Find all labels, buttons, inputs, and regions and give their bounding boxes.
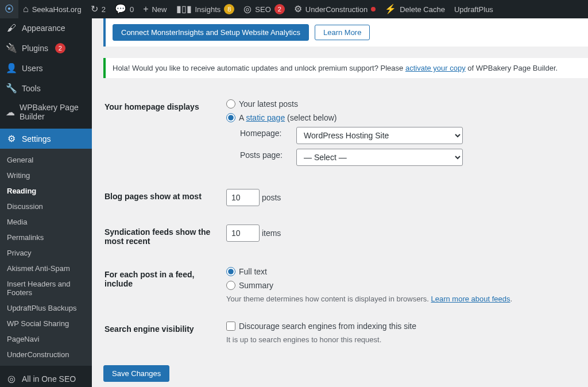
- target-icon: ◎: [243, 5, 252, 14]
- static-page-link[interactable]: static page: [246, 113, 285, 122]
- checkbox-discourage-search[interactable]: [226, 322, 235, 331]
- menu-appearance-label: Appearance: [22, 24, 65, 33]
- wpbakery-notice-text: Hola! Would you like to receive automati…: [113, 64, 558, 72]
- menu-users[interactable]: 👤Users: [0, 58, 92, 78]
- sliders-icon: ⚙: [6, 133, 17, 144]
- menu-appearance[interactable]: 🖌Appearance: [0, 18, 92, 38]
- underconstruction-link[interactable]: ⚙UnderConstruction: [289, 0, 380, 18]
- updates-count: 2: [102, 5, 106, 14]
- postspage-select[interactable]: — Select —: [296, 149, 463, 166]
- reading-settings-form: Your homepage displays Your latest posts…: [103, 90, 588, 354]
- new-label: New: [152, 5, 167, 14]
- bolt-icon: ⚡: [385, 5, 396, 14]
- submenu-wpsocial[interactable]: WP Social Sharing: [0, 316, 92, 331]
- syndication-suffix: items: [262, 229, 281, 238]
- wordpress-icon: ⦿: [5, 5, 14, 14]
- submenu-general[interactable]: General: [0, 152, 92, 168]
- settings-submenu: General Writing Reading Discussion Media…: [0, 149, 92, 366]
- comment-icon: 💬: [115, 5, 126, 14]
- radio-full-text[interactable]: [226, 267, 235, 276]
- updates-link[interactable]: ↻2: [86, 0, 110, 18]
- user-icon: 👤: [6, 63, 17, 73]
- monsterinsights-notice: Connect MonsterInsights and Setup Websit…: [103, 18, 588, 47]
- submenu-pagenavi[interactable]: PageNavi: [0, 331, 92, 347]
- admin-sidebar: 🖌Appearance 🔌Plugins2 👤Users 🔧Tools ☁WPB…: [0, 18, 92, 387]
- site-name-link[interactable]: ⌂SeekaHost.org: [18, 0, 86, 18]
- option-discourage-search[interactable]: Discourage search engines from indexing …: [226, 322, 588, 331]
- postspage-select-label: Posts page:: [240, 150, 292, 160]
- sev-label: Search engine visibility: [105, 313, 219, 353]
- plug-icon: 🔌: [6, 42, 17, 53]
- seo-link[interactable]: ◎SEO2: [239, 0, 289, 18]
- submenu-ihaf[interactable]: Insert Headers and Footers: [0, 276, 92, 300]
- delete-cache-link[interactable]: ⚡Delete Cache: [380, 0, 450, 18]
- wpbakery-icon: ☁: [6, 107, 15, 118]
- sev-description: It is up to search engines to honor this…: [226, 335, 588, 344]
- radio-static-page[interactable]: [226, 113, 235, 122]
- radio-latest-posts[interactable]: [226, 99, 235, 109]
- admin-toolbar: ⦿ ⌂SeekaHost.org ↻2 💬0 +New ▮▯▮Insights8…: [0, 0, 588, 18]
- update-icon: ↻: [91, 5, 98, 14]
- menu-tools-label: Tools: [22, 84, 41, 93]
- wp-logo[interactable]: ⦿: [0, 0, 18, 18]
- insights-badge: 8: [224, 4, 234, 14]
- updraftplus-link[interactable]: UpdraftPlus: [450, 0, 498, 18]
- submenu-privacy[interactable]: Privacy: [0, 245, 92, 261]
- chart-icon: ▮▯▮: [176, 5, 192, 14]
- feed-include-label: For each post in a feed, include: [105, 258, 219, 312]
- status-dot-icon: [371, 7, 376, 11]
- menu-aioseo[interactable]: ◎All in One SEO: [0, 369, 92, 387]
- mi-connect-button[interactable]: Connect MonsterInsights and Setup Websit…: [113, 24, 309, 41]
- activate-copy-link[interactable]: activate your copy: [405, 64, 466, 72]
- option-static-page[interactable]: A static page (select below): [226, 113, 588, 122]
- submenu-discussion[interactable]: Discussion: [0, 199, 92, 214]
- option-latest-posts[interactable]: Your latest posts: [226, 99, 588, 109]
- new-content-link[interactable]: +New: [138, 0, 171, 18]
- seo-label: SEO: [255, 5, 270, 14]
- insights-label: Insights: [195, 5, 221, 14]
- mi-learn-button[interactable]: Learn More: [315, 25, 370, 40]
- feed-description: Your theme determines how content is dis…: [226, 295, 588, 303]
- home-icon: ⌂: [23, 5, 29, 14]
- insights-link[interactable]: ▮▯▮Insights8: [172, 0, 239, 18]
- main-content: Connect MonsterInsights and Setup Websit…: [92, 0, 588, 387]
- menu-aioseo-label: All in One SEO: [22, 374, 76, 384]
- underconstruction-label: UnderConstruction: [305, 5, 368, 14]
- blog-pages-input[interactable]: [226, 189, 260, 206]
- comments-link[interactable]: 💬0: [110, 0, 138, 18]
- menu-settings-label: Settings: [22, 134, 51, 144]
- menu-plugins-label: Plugins: [22, 44, 48, 53]
- submenu-permalinks[interactable]: Permalinks: [0, 230, 92, 245]
- submenu-updraft[interactable]: UpdraftPlus Backups: [0, 300, 92, 316]
- menu-plugins[interactable]: 🔌Plugins2: [0, 38, 92, 58]
- comments-count: 0: [130, 5, 134, 14]
- submenu-underconstruction[interactable]: UnderConstruction: [0, 347, 92, 362]
- blog-pages-suffix: posts: [262, 193, 281, 202]
- homepage-displays-label: Your homepage displays: [105, 91, 219, 179]
- syndication-label: Syndication feeds show the most recent: [105, 216, 219, 257]
- delete-cache-label: Delete Cache: [400, 5, 445, 14]
- learn-more-feeds-link[interactable]: Learn more about feeds: [431, 295, 510, 303]
- option-summary[interactable]: Summary: [226, 281, 588, 290]
- blog-pages-label: Blog pages show at most: [105, 180, 219, 215]
- aioseo-icon: ◎: [6, 373, 17, 384]
- submenu-writing[interactable]: Writing: [0, 168, 92, 183]
- menu-wpbakery-label: WPBakery Page Builder: [20, 103, 86, 121]
- homepage-select[interactable]: WordPress Hosting Site: [296, 127, 463, 144]
- menu-wpbakery[interactable]: ☁WPBakery Page Builder: [0, 98, 92, 126]
- radio-summary[interactable]: [226, 281, 235, 290]
- wpbakery-notice: Hola! Would you like to receive automati…: [103, 58, 588, 78]
- submenu-akismet[interactable]: Akismet Anti-Spam: [0, 261, 92, 276]
- gear-icon: ⚙: [294, 5, 302, 14]
- option-full-text[interactable]: Full text: [226, 267, 588, 276]
- submenu-reading[interactable]: Reading: [0, 183, 92, 199]
- submenu-media[interactable]: Media: [0, 214, 92, 230]
- menu-tools[interactable]: 🔧Tools: [0, 78, 92, 98]
- syndication-input[interactable]: [226, 225, 260, 242]
- plus-icon: +: [143, 5, 148, 14]
- wrench-icon: 🔧: [6, 83, 17, 94]
- save-changes-button[interactable]: Save Changes: [103, 365, 169, 382]
- menu-settings[interactable]: ⚙Settings: [0, 129, 92, 149]
- plugins-badge: 2: [55, 43, 65, 53]
- site-name: SeekaHost.org: [32, 5, 82, 14]
